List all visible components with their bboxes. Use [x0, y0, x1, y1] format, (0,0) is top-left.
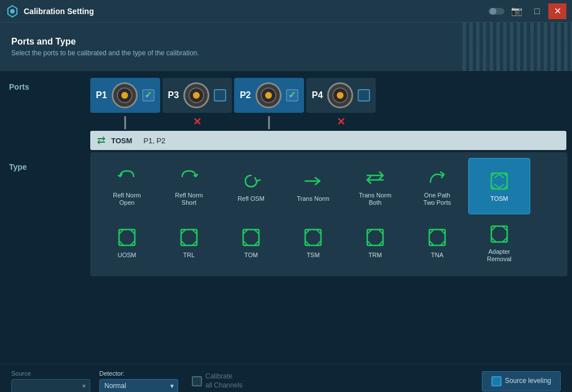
port-label-p3: P3	[168, 90, 179, 100]
port-p2-indicator: |	[267, 115, 271, 129]
ports-label: Ports	[0, 72, 90, 150]
titlebar: Calibration Setting 📷 □ ✕	[0, 0, 572, 23]
refl-norm-open-icon	[116, 166, 138, 190]
type-item-tna[interactable]: TNA	[406, 214, 468, 271]
app-icon	[6, 5, 19, 18]
type-item-refl-norm-open[interactable]: Refl NormOpen	[96, 158, 158, 214]
port-item-p3: P3 ✕	[162, 78, 232, 129]
port-label-p4: P4	[312, 90, 323, 100]
tsm-label: TSM	[306, 252, 319, 259]
source-select[interactable]	[11, 379, 90, 393]
camera-button[interactable]: 📷	[508, 3, 526, 19]
type-item-tom[interactable]: TOM	[220, 214, 282, 271]
refl-osm-icon	[240, 169, 262, 193]
trm-label: TRM	[368, 252, 382, 259]
type-area: Refl NormOpen Refl NormShort	[90, 152, 567, 276]
tosm-label: TOSM	[490, 195, 508, 202]
svg-point-3	[490, 8, 496, 15]
port-box-p1[interactable]: P1 ✓	[90, 78, 160, 113]
trl-icon	[178, 226, 200, 249]
type-item-tsm[interactable]: TSM	[282, 214, 344, 271]
type-item-trm[interactable]: TRM	[344, 214, 406, 271]
main-content: Ports P1 ✓ |	[0, 72, 572, 364]
trans-norm-both-icon	[364, 166, 386, 190]
port-p3-indicator: ✕	[193, 115, 201, 129]
source-group: Source ▼	[11, 370, 90, 393]
refl-norm-short-icon	[178, 166, 200, 190]
port-label-p2: P2	[240, 90, 251, 100]
trm-icon	[364, 226, 386, 249]
window-title: Calibration Setting	[24, 7, 487, 16]
type-label: Type	[0, 150, 90, 281]
port-p1-indicator: |	[123, 115, 127, 129]
type-item-refl-norm-short[interactable]: Refl NormShort	[158, 158, 220, 214]
tna-label: TNA	[431, 252, 443, 259]
uosm-label: UOSM	[118, 252, 137, 259]
refl-norm-open-label: Refl NormOpen	[113, 192, 141, 206]
close-button[interactable]: ✕	[548, 3, 566, 19]
trans-norm-icon	[302, 169, 324, 193]
port-item-p4: P4 ✕	[306, 78, 376, 129]
port-box-p3[interactable]: P3	[162, 78, 232, 113]
port-checkbox-p2[interactable]: ✓	[286, 89, 298, 102]
type-item-one-path-two-ports[interactable]: One PathTwo Ports	[406, 158, 468, 214]
port-circle-p3	[183, 82, 209, 108]
uosm-icon	[116, 226, 138, 249]
port-p4-indicator: ✕	[337, 115, 345, 129]
calibrate-all-channels-option[interactable]: Calibrateall Channels	[192, 372, 243, 390]
tom-label: TOM	[244, 252, 258, 259]
svg-point-1	[10, 9, 15, 14]
header-section: Ports and Type Select the ports to be ca…	[0, 23, 572, 72]
source-leveling-box[interactable]: Source leveling	[482, 371, 561, 391]
port-checkbox-p1[interactable]: ✓	[142, 89, 155, 102]
calib-info-icon: ⇄	[97, 134, 105, 147]
tom-icon	[240, 226, 262, 249]
refl-norm-short-label: Refl NormShort	[175, 192, 203, 206]
port-box-p4[interactable]: P4	[306, 78, 376, 113]
refl-osm-label: Refl OSM	[237, 195, 265, 202]
ports-section: Ports P1 ✓ |	[0, 72, 572, 150]
calibrate-channels-checkbox[interactable]	[192, 376, 202, 386]
port-circle-p1	[112, 82, 138, 108]
source-select-wrapper: ▼	[11, 379, 90, 393]
detector-label: Detector:	[99, 370, 178, 377]
port-item-p2: P2 ✓ |	[234, 78, 304, 129]
adapter-removal-icon	[488, 222, 511, 246]
tsm-icon	[302, 226, 324, 249]
port-checkbox-p3[interactable]	[214, 89, 226, 102]
one-path-two-ports-label: One PathTwo Ports	[424, 192, 451, 206]
tna-icon	[426, 226, 448, 249]
ports-row: P1 ✓ | P3	[90, 78, 566, 129]
type-item-trans-norm[interactable]: Trans Norm	[282, 158, 344, 214]
header-title: Ports and Type	[11, 37, 561, 47]
detector-group: Detector: Normal High Power Low Noise ▼	[99, 370, 178, 393]
bottom-options: Source ▼ Detector: Normal High Power Low…	[0, 364, 572, 392]
source-label: Source	[11, 370, 90, 377]
type-section: Type Refl NormOpen	[0, 150, 572, 281]
type-item-refl-osm[interactable]: Refl OSM	[220, 158, 282, 214]
port-circle-p2	[256, 82, 281, 108]
port-box-p2[interactable]: P2 ✓	[234, 78, 304, 113]
svg-rect-7	[491, 173, 507, 189]
port-circle-p4	[327, 82, 353, 108]
port-checkbox-p4[interactable]	[358, 89, 370, 102]
detector-select-wrapper: Normal High Power Low Noise ▼	[99, 379, 178, 393]
type-grid: Refl NormOpen Refl NormShort	[96, 158, 562, 271]
toggle-button[interactable]	[487, 3, 505, 19]
source-leveling-checkbox[interactable]	[491, 376, 501, 386]
type-item-trl[interactable]: TRL	[158, 214, 220, 271]
trans-norm-label: Trans Norm	[297, 195, 329, 202]
header-subtitle: Select the ports to be calibrated and th…	[11, 49, 561, 57]
type-item-uosm[interactable]: UOSM	[96, 214, 158, 271]
type-item-tosm[interactable]: TOSM	[468, 158, 530, 214]
detector-select[interactable]: Normal High Power Low Noise	[99, 379, 178, 393]
source-leveling-label: Source leveling	[505, 377, 551, 386]
type-item-trans-norm-both[interactable]: Trans NormBoth	[344, 158, 406, 214]
tosm-icon	[488, 169, 511, 193]
type-item-adapter-removal[interactable]: AdapterRemoval	[468, 214, 530, 271]
calib-info-row: ⇄ TOSM P1, P2	[90, 131, 566, 150]
maximize-button[interactable]: □	[528, 3, 546, 19]
trl-label: TRL	[183, 252, 195, 259]
adapter-removal-label: AdapterRemoval	[487, 248, 511, 263]
port-item-p1: P1 ✓ |	[90, 78, 160, 129]
